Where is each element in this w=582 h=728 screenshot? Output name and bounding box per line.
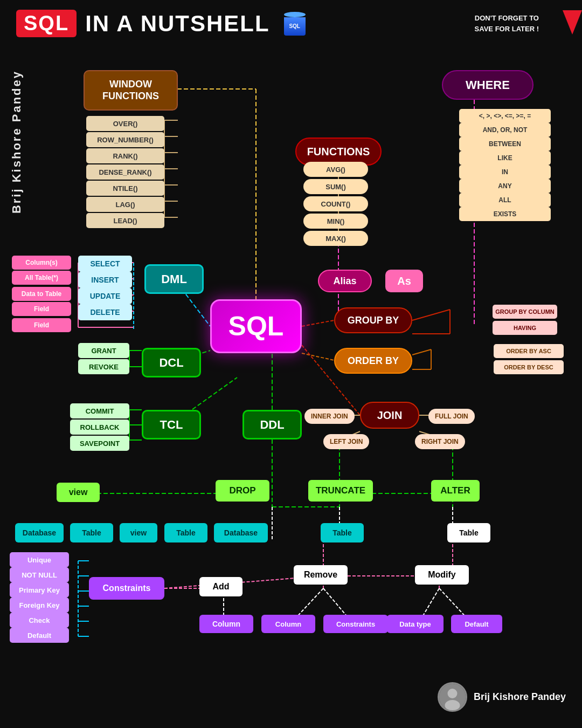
dml-label-field2: Field xyxy=(12,318,71,332)
constraint-unique: Unique xyxy=(10,552,69,567)
constraint-primarykey: Primary Key xyxy=(10,582,69,597)
groupby-having: HAVING xyxy=(493,321,557,335)
groupby-col: GROUP BY COLUMN xyxy=(493,305,557,319)
remove-constraints: Constraints xyxy=(323,615,388,633)
as-box: As xyxy=(385,270,423,292)
dml-label-columns: Column(s) xyxy=(12,256,71,270)
func-min: MIN() xyxy=(303,214,368,229)
constraint-check: Check xyxy=(10,613,69,628)
alter-child-table: Table xyxy=(447,523,490,542)
tcl-box: TCL xyxy=(142,410,201,439)
drop-child-database2: Database xyxy=(214,523,268,542)
join-right: RIGHT JOIN xyxy=(415,434,465,449)
func-max: MAX() xyxy=(303,231,368,246)
ddl-box: DDL xyxy=(242,410,302,439)
wf-lead: LEAD() xyxy=(86,213,164,228)
truncate-box: TRUNCATE xyxy=(308,480,373,502)
sql-header-badge: SQL xyxy=(16,10,77,37)
alias-box: Alias xyxy=(318,270,372,292)
join-left: LEFT JOIN xyxy=(323,434,369,449)
dcl-grant: GRANT xyxy=(78,343,129,358)
where-item-4: IN xyxy=(459,165,551,179)
profile-name: Brij Kishore Pandey xyxy=(474,691,566,703)
groupby-box: GROUP BY xyxy=(334,307,412,333)
dml-label-field1: Field xyxy=(12,302,71,316)
main-container: SQL IN A NUTSHELL SQL DON'T FORGET TOSAV… xyxy=(0,0,582,728)
drop-child-table1: Table xyxy=(70,523,113,542)
where-item-2: BETWEEN xyxy=(459,137,551,151)
wf-rank: RANK() xyxy=(86,148,164,163)
bookmark-icon xyxy=(563,10,582,35)
dml-delete: DELETE xyxy=(78,304,132,320)
tcl-commit: COMMIT xyxy=(70,403,129,418)
dml-label-data: Data to Table xyxy=(12,287,71,301)
alter-box: ALTER xyxy=(431,480,480,502)
window-functions-label: WINDOWFUNCTIONS xyxy=(102,79,159,102)
where-item-7: EXISTS xyxy=(459,207,551,221)
add-button: Add xyxy=(199,577,242,596)
where-item-1: AND, OR, NOT xyxy=(459,123,551,137)
where-item-0: <, >, <>, <=, >=, = xyxy=(459,109,551,123)
tcl-savepoint: SAVEPOINT xyxy=(70,436,129,451)
header-title: IN A NUTSHELL xyxy=(85,11,270,37)
ddl-view-label: view xyxy=(57,483,100,502)
save-reminder: DON'T FORGET TOSAVE FOR LATER ! xyxy=(475,13,566,34)
drop-child-table2: Table xyxy=(164,523,207,542)
where-box: WHERE xyxy=(442,70,534,100)
dml-insert: INSERT xyxy=(78,272,132,288)
watermark: Brij Kishore Pandey xyxy=(10,70,24,214)
constraints-box: Constraints xyxy=(89,577,164,600)
drop-child-view: view xyxy=(120,523,157,542)
dml-label-alltable: All Table(*) xyxy=(12,271,71,285)
join-box: JOIN xyxy=(360,402,419,429)
sql-main-node: SQL xyxy=(210,299,302,353)
wf-lag: LAG() xyxy=(86,197,164,212)
drop-child-database: Database xyxy=(15,523,64,542)
dml-select: SELECT xyxy=(78,256,132,272)
orderby-asc: ORDER BY ASC xyxy=(494,344,564,358)
dcl-revoke: REVOKE xyxy=(78,359,129,374)
window-functions-box: WINDOWFUNCTIONS xyxy=(84,70,178,111)
constraint-notnull: NOT NULL xyxy=(10,567,69,582)
wf-denserank: DENSE_RANK() xyxy=(86,164,164,180)
svg-line-45 xyxy=(302,320,334,326)
dcl-box: DCL xyxy=(142,348,201,377)
svg-line-46 xyxy=(412,310,450,320)
dml-update: UPDATE xyxy=(78,288,132,304)
svg-line-49 xyxy=(302,353,334,360)
orderby-desc: ORDER BY DESC xyxy=(494,360,564,374)
remove-button: Remove xyxy=(294,565,348,585)
dml-box: DML xyxy=(144,264,204,294)
constraint-default: Default xyxy=(10,628,69,643)
header: SQL IN A NUTSHELL SQL DON'T FORGET TOSAV… xyxy=(0,0,582,43)
modify-datatype: Data type xyxy=(387,615,444,633)
svg-point-87 xyxy=(447,689,457,698)
truncate-child-table: Table xyxy=(321,523,364,542)
orderby-box: ORDER BY xyxy=(334,348,412,374)
join-full: FULL JOIN xyxy=(428,409,475,424)
wf-ntile: NTILE() xyxy=(86,181,164,196)
remove-column: Column xyxy=(261,615,315,633)
tcl-rollback: ROLLBACK xyxy=(70,420,129,435)
where-item-3: LIKE xyxy=(459,151,551,165)
avatar xyxy=(438,682,467,712)
profile: Brij Kishore Pandey xyxy=(438,682,566,712)
wf-over: OVER() xyxy=(86,116,164,131)
join-inner: INNER JOIN xyxy=(304,409,355,424)
modify-default: Default xyxy=(451,615,502,633)
drop-box: DROP xyxy=(216,480,269,502)
db-icon-text: SQL xyxy=(289,23,300,29)
func-count: COUNT() xyxy=(303,196,368,211)
wf-rownumber: ROW_NUMBER() xyxy=(86,132,164,147)
save-text: DON'T FORGET TOSAVE FOR LATER ! xyxy=(475,13,539,34)
constraint-foreignkey: Foreign Key xyxy=(10,597,69,613)
where-item-6: ALL xyxy=(459,193,551,207)
func-sum: SUM() xyxy=(303,179,368,194)
add-column: Column xyxy=(199,615,253,633)
modify-button: Modify xyxy=(415,565,469,585)
func-avg: AVG() xyxy=(303,162,368,177)
db-icon: SQL xyxy=(284,12,306,36)
svg-line-50 xyxy=(412,349,431,355)
where-item-5: ANY xyxy=(459,179,551,193)
